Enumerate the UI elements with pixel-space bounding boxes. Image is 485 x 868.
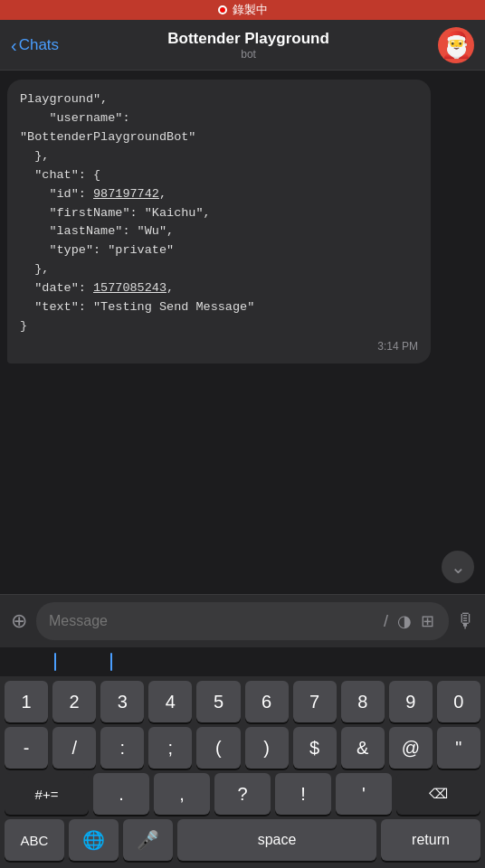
nav-center: Bottender Playground bot — [59, 30, 438, 61]
key-5[interactable]: 5 — [196, 681, 240, 722]
keyboard-row-bottom: ABC 🌐 🎤 space return — [0, 815, 485, 868]
message-bubble: Playground", "username": "BottenderPlayg… — [7, 80, 431, 363]
keyboard-row-3: #+= . , ? ! ' ⌫ — [0, 769, 485, 815]
cursor-bar-2 — [110, 653, 112, 671]
back-chevron-icon: ‹ — [11, 36, 17, 54]
key-0[interactable]: 0 — [437, 681, 480, 722]
keyboard: 1 2 3 4 5 6 7 8 9 0 - / : ; ( ) $ & @ " … — [0, 676, 485, 868]
cursor-line — [0, 647, 485, 676]
attach-icon[interactable]: ⊕ — [9, 608, 29, 635]
chat-area: Playground", "username": "BottenderPlayg… — [0, 71, 485, 594]
key-slash[interactable]: / — [52, 727, 96, 769]
input-icons: / ◑ ⊞ — [382, 609, 436, 633]
key-2[interactable]: 2 — [52, 681, 96, 722]
recording-bar: 錄製中 — [0, 0, 485, 20]
key-open-paren[interactable]: ( — [196, 727, 240, 769]
slash-command-icon[interactable]: / — [382, 610, 390, 633]
date-value: 1577085243 — [93, 281, 166, 295]
chevron-down-icon: ⌄ — [451, 558, 466, 576]
avatar-icon: 🎅 — [441, 33, 472, 58]
cursor-bar — [54, 653, 56, 671]
key-3[interactable]: 3 — [100, 681, 144, 722]
key-6[interactable]: 6 — [245, 681, 289, 722]
keyboard-icon[interactable]: ⊞ — [419, 609, 436, 633]
key-mic[interactable]: 🎤 — [123, 819, 173, 861]
key-ampersand[interactable]: & — [341, 727, 385, 769]
back-button[interactable]: ‹ Chats — [11, 36, 59, 54]
key-7[interactable]: 7 — [293, 681, 337, 722]
key-abc[interactable]: ABC — [5, 819, 64, 861]
key-close-paren[interactable]: ) — [245, 727, 289, 769]
input-bar: ⊕ / ◑ ⊞ 🎙 — [0, 594, 485, 647]
key-return[interactable]: return — [381, 819, 480, 861]
key-dollar[interactable]: $ — [293, 727, 337, 769]
key-4[interactable]: 4 — [148, 681, 192, 722]
key-exclaim[interactable]: ! — [275, 773, 331, 815]
key-apostrophe[interactable]: ' — [336, 773, 392, 815]
key-9[interactable]: 9 — [389, 681, 433, 722]
back-label: Chats — [19, 36, 59, 54]
input-field-container[interactable]: / ◑ ⊞ — [36, 602, 449, 640]
key-1[interactable]: 1 — [5, 681, 48, 722]
message-time: 3:14 PM — [20, 340, 418, 353]
key-comma[interactable]: , — [154, 773, 210, 815]
key-hashtag[interactable]: #+= — [5, 773, 89, 815]
avatar[interactable]: 🎅 — [438, 27, 474, 63]
id-value: 987197742 — [93, 187, 159, 201]
nav-title: Bottender Playground — [167, 30, 329, 48]
delete-key[interactable]: ⌫ — [396, 773, 480, 815]
keyboard-row-symbols: - / : ; ( ) $ & @ " — [0, 722, 485, 769]
recording-dot-icon — [218, 5, 227, 14]
voice-input-icon[interactable]: 🎙 — [456, 609, 476, 633]
message-input[interactable] — [49, 613, 382, 629]
nav-subtitle: bot — [241, 48, 256, 61]
scroll-down-button[interactable]: ⌄ — [442, 551, 474, 583]
key-8[interactable]: 8 — [341, 681, 385, 722]
key-quote[interactable]: " — [437, 727, 480, 769]
recording-label: 錄製中 — [233, 2, 268, 18]
key-space[interactable]: space — [177, 819, 376, 861]
key-period[interactable]: . — [93, 773, 149, 815]
message-code: Playground", "username": "BottenderPlayg… — [20, 90, 418, 336]
key-semicolon[interactable]: ; — [148, 727, 192, 769]
key-question[interactable]: ? — [214, 773, 271, 815]
keyboard-row-numbers: 1 2 3 4 5 6 7 8 9 0 — [0, 676, 485, 722]
nav-bar: ‹ Chats Bottender Playground bot 🎅 — [0, 20, 485, 71]
key-at[interactable]: @ — [389, 727, 433, 769]
key-colon[interactable]: : — [100, 727, 144, 769]
key-globe[interactable]: 🌐 — [69, 819, 119, 861]
key-minus[interactable]: - — [5, 727, 48, 769]
sticker-icon[interactable]: ◑ — [395, 609, 414, 633]
